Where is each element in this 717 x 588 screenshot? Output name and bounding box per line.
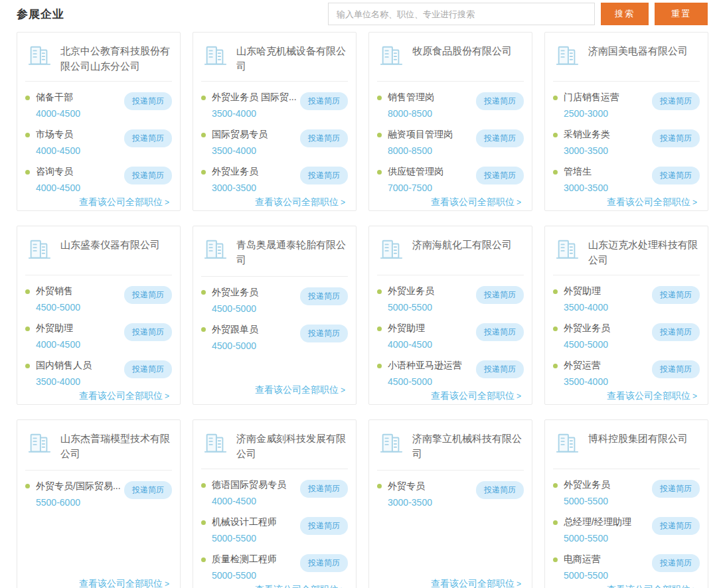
company-building-icon xyxy=(554,43,580,71)
apply-resume-button[interactable]: 投递简历 xyxy=(476,129,524,147)
apply-resume-button[interactable]: 投递简历 xyxy=(124,92,172,110)
job-title: 国内销售人员 xyxy=(36,360,92,372)
job-title: 质量检测工程师 xyxy=(212,553,277,565)
apply-resume-button[interactable]: 投递简历 xyxy=(300,517,348,535)
job-salary: 4500-5000 xyxy=(212,340,300,351)
view-all-positions-link[interactable]: 查看该公司全部职位> xyxy=(431,578,521,588)
job-title: 外贸销售 xyxy=(36,285,73,297)
apply-resume-button[interactable]: 投递简历 xyxy=(124,167,172,184)
search-button[interactable]: 搜索 xyxy=(601,3,649,25)
job-item: 外贸助理 4000-4500 投递简历 xyxy=(25,323,172,350)
view-all-positions-link[interactable]: 查看该公司全部职位> xyxy=(607,390,697,401)
apply-resume-button[interactable]: 投递简历 xyxy=(300,129,348,147)
company-name: 北京中公教育科技股份有限公司山东分公司 xyxy=(60,42,171,74)
job-info: 外贸助理 3500-4000 xyxy=(553,285,652,313)
company-name: 山东杰普瑞模型技术有限公司 xyxy=(60,429,171,462)
job-salary: 3500-4000 xyxy=(36,376,124,387)
job-info: 市场专员 4000-4500 xyxy=(25,129,124,156)
job-info: 国际贸易专员 3500-4000 xyxy=(201,129,300,156)
search-input[interactable] xyxy=(328,3,595,25)
apply-resume-button[interactable]: 投递简历 xyxy=(476,360,524,378)
apply-resume-button[interactable]: 投递简历 xyxy=(300,480,348,498)
company-building-icon xyxy=(27,431,52,459)
view-all-positions-link[interactable]: 查看该公司全部职位> xyxy=(431,196,521,207)
job-item: 外贸专员 3000-3500 投递简历 xyxy=(377,480,524,508)
reset-button[interactable]: 重置 xyxy=(655,3,708,25)
apply-resume-button[interactable]: 投递简历 xyxy=(652,323,700,341)
card-footer: 查看该公司全部职位> xyxy=(25,575,172,588)
apply-resume-button[interactable]: 投递简历 xyxy=(652,129,700,147)
apply-resume-button[interactable]: 投递简历 xyxy=(300,92,348,110)
job-info: 外贸业务员 4500-5000 xyxy=(553,323,652,350)
bullet-dot-icon xyxy=(201,557,206,562)
apply-resume-button[interactable]: 投递简历 xyxy=(652,167,700,184)
apply-resume-button[interactable]: 投递简历 xyxy=(476,323,524,341)
job-salary: 5000-5500 xyxy=(564,570,652,581)
job-salary: 3000-3500 xyxy=(564,145,652,156)
apply-resume-button[interactable]: 投递简历 xyxy=(124,323,172,341)
apply-resume-button[interactable]: 投递简历 xyxy=(652,92,700,110)
view-all-positions-link[interactable]: 查看该公司全部职位> xyxy=(607,584,697,588)
bullet-dot-icon xyxy=(553,289,558,294)
company-card-header: 山东哈克机械设备有限公司 xyxy=(201,40,348,82)
company-card: 山东盛泰仪器有限公司 外贸销售 4500-5000 投递简历 外贸助理 4000… xyxy=(17,226,181,405)
bullet-dot-icon xyxy=(553,96,558,100)
apply-resume-button[interactable]: 投递简历 xyxy=(300,554,348,572)
job-item: 外贸业务员 国际贸... 3500-4000 投递简历 xyxy=(201,92,348,119)
view-all-positions-link[interactable]: 查看该公司全部职位> xyxy=(79,196,169,207)
apply-resume-button[interactable]: 投递简历 xyxy=(124,360,172,378)
view-all-positions-link[interactable]: 查看该公司全部职位> xyxy=(79,578,169,588)
job-title: 外贸专员/国际贸易... xyxy=(36,480,121,492)
job-title: 管培生 xyxy=(564,166,592,178)
job-list: 外贸业务员 4500-5000 投递简历 外贸跟单员 4500-5000 投递简… xyxy=(201,277,348,351)
page-title: 参展企业 xyxy=(17,7,64,22)
apply-resume-button[interactable]: 投递简历 xyxy=(652,480,700,498)
apply-resume-button[interactable]: 投递简历 xyxy=(476,167,524,184)
apply-resume-button[interactable]: 投递简历 xyxy=(476,286,524,304)
apply-resume-button[interactable]: 投递简历 xyxy=(476,92,524,110)
job-salary: 5000-5500 xyxy=(388,302,476,313)
apply-resume-button[interactable]: 投递简历 xyxy=(652,360,700,378)
job-info: 储备干部 4000-4500 xyxy=(25,92,124,119)
view-all-positions-link[interactable]: 查看该公司全部职位> xyxy=(79,390,169,401)
view-all-positions-link[interactable]: 查看该公司全部职位> xyxy=(255,384,345,395)
view-all-positions-link[interactable]: 查看该公司全部职位> xyxy=(607,196,697,207)
job-item: 融资项目管理岗 8000-8500 投递简历 xyxy=(377,129,524,156)
apply-resume-button[interactable]: 投递简历 xyxy=(124,481,172,499)
company-name: 济南国美电器有限公司 xyxy=(588,42,688,58)
card-footer: 查看该公司全部职位> xyxy=(553,581,700,588)
job-info: 外贸跟单员 4500-5000 xyxy=(201,324,300,351)
apply-resume-button[interactable]: 投递简历 xyxy=(652,554,700,572)
apply-resume-button[interactable]: 投递简历 xyxy=(300,325,348,342)
job-salary: 4000-4500 xyxy=(36,108,124,119)
company-card: 山东杰普瑞模型技术有限公司 外贸专员/国际贸易... 5500-6000 投递简… xyxy=(17,419,181,588)
job-info: 质量检测工程师 5000-5500 xyxy=(201,553,300,581)
job-salary: 3000-3500 xyxy=(564,183,652,193)
apply-resume-button[interactable]: 投递简历 xyxy=(652,286,700,304)
apply-resume-button[interactable]: 投递简历 xyxy=(652,517,700,535)
apply-resume-button[interactable]: 投递简历 xyxy=(124,129,172,147)
view-all-positions-link[interactable]: 查看该公司全部职位> xyxy=(255,196,345,207)
bullet-dot-icon xyxy=(25,364,30,368)
view-all-positions-link[interactable]: 查看该公司全部职位> xyxy=(255,584,345,588)
job-item: 外贸销售 4500-5000 投递简历 xyxy=(25,285,172,313)
apply-resume-button[interactable]: 投递简历 xyxy=(300,167,348,184)
job-salary: 3500-4000 xyxy=(564,302,652,313)
job-title: 储备干部 xyxy=(36,92,73,104)
bullet-dot-icon xyxy=(553,133,558,137)
company-name: 济南擎立机械科技有限公司 xyxy=(412,429,522,462)
bullet-dot-icon xyxy=(201,520,206,525)
chevron-right-icon: > xyxy=(517,392,521,401)
company-name: 山东哈克机械设备有限公司 xyxy=(236,42,347,74)
apply-resume-button[interactable]: 投递简历 xyxy=(124,286,172,304)
bullet-dot-icon xyxy=(25,484,30,488)
bullet-dot-icon xyxy=(553,520,558,525)
job-item: 采销业务类 3000-3500 投递简历 xyxy=(553,129,700,156)
job-title: 国际贸易专员 xyxy=(212,129,268,141)
apply-resume-button[interactable]: 投递简历 xyxy=(300,287,348,305)
job-info: 咨询专员 4000-4500 xyxy=(25,166,124,193)
company-name: 济南金威刻科技发展有限公司 xyxy=(236,429,347,462)
apply-resume-button[interactable]: 投递简历 xyxy=(476,481,524,499)
view-all-positions-link[interactable]: 查看该公司全部职位> xyxy=(431,390,521,401)
job-salary: 4500-5000 xyxy=(212,303,300,314)
